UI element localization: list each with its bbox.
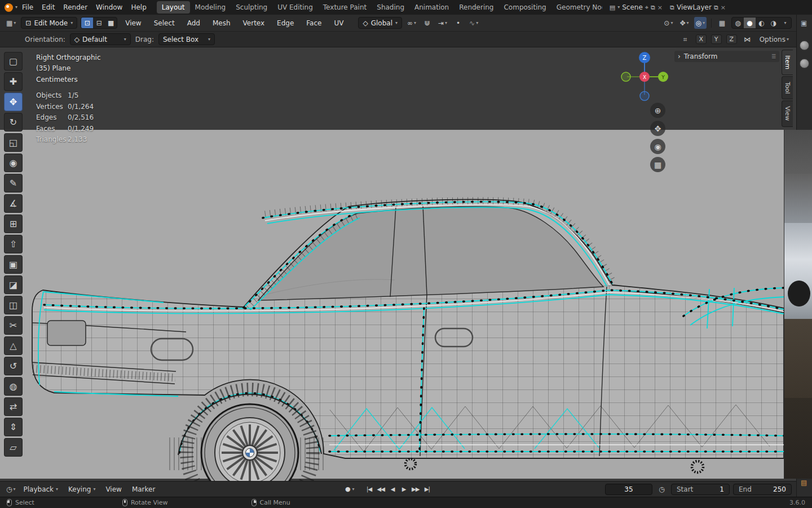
workspace-tab-texture-paint[interactable]: Texture Paint	[318, 1, 372, 14]
jump-end-button[interactable]: ▶|	[422, 485, 432, 493]
menu-edge[interactable]: Edge	[272, 17, 298, 29]
drag-dropdown[interactable]: Select Box ▾	[158, 33, 215, 45]
zoom-icon[interactable]: ⊕	[650, 103, 665, 118]
next-keyframe-button[interactable]: ▶▶	[410, 485, 421, 493]
scene-selector[interactable]: ▤ ▾ Scene ⌖ ⧉ ×	[610, 3, 663, 11]
tab-item[interactable]: Item	[782, 50, 793, 75]
workspace-tab-geometry-nodes[interactable]: Geometry Nodes	[551, 1, 602, 14]
timeline-editor-type-button[interactable]: ◷ ▾	[5, 483, 17, 495]
play-button[interactable]: ▶	[399, 485, 409, 493]
pan-icon[interactable]: ✥	[650, 121, 665, 136]
new-viewlayer-icon[interactable]: ⧉	[714, 5, 718, 11]
tool-extrude-region[interactable]: ⇧	[4, 235, 23, 253]
tool-cursor[interactable]: ✚	[4, 72, 23, 91]
material-shading-button[interactable]: ◐	[756, 17, 767, 28]
menu-window[interactable]: Window	[92, 2, 126, 13]
pivot-point-dropdown[interactable]: ∞ ▾	[405, 17, 418, 29]
rendered-shading-button[interactable]: ◑	[767, 17, 779, 28]
tool-annotate[interactable]: ✎	[4, 174, 23, 192]
workspace-tab-animation[interactable]: Animation	[409, 1, 454, 14]
tool-loop-cut[interactable]: ◫	[4, 296, 23, 314]
menu-add[interactable]: Add	[183, 17, 205, 29]
world-sphere-icon[interactable]	[800, 59, 809, 68]
tool-move[interactable]: ✥	[4, 93, 23, 111]
xray-toggle-button[interactable]: ▦	[716, 17, 728, 29]
menu-uv[interactable]: UV	[329, 17, 348, 29]
tool-orientation-dropdown[interactable]: ◇ Default ▾	[70, 33, 131, 45]
prev-keyframe-button[interactable]: ◀◀	[376, 485, 386, 493]
play-reverse-button[interactable]: ◀	[387, 485, 398, 493]
tool-spin[interactable]: ↺	[4, 357, 23, 375]
workspace-tab-uv-editing[interactable]: UV Editing	[272, 1, 318, 14]
tool-measure[interactable]: ∡	[4, 194, 23, 213]
workspace-tab-rendering[interactable]: Rendering	[454, 1, 498, 14]
menu-marker[interactable]: Marker	[128, 483, 159, 496]
menu-select[interactable]: Select	[149, 17, 179, 29]
axis-y-toggle[interactable]: Y	[711, 34, 722, 44]
tool-poly-build[interactable]: △	[4, 336, 23, 355]
frame-end-field[interactable]: End 250	[733, 484, 792, 495]
workspace-tab-sculpting[interactable]: Sculpting	[231, 1, 272, 14]
solid-shading-button[interactable]: ●	[744, 17, 756, 28]
tool-bevel[interactable]: ◪	[4, 275, 23, 294]
mirror-icon[interactable]: ⋈	[742, 33, 753, 45]
tool-select-box[interactable]: ▢	[4, 52, 23, 71]
close-icon[interactable]: ×	[657, 5, 663, 11]
menu-vertex[interactable]: Vertex	[239, 17, 270, 29]
tool-rotate[interactable]: ↻	[4, 113, 23, 132]
gizmos-dropdown[interactable]: ✥ ▾	[678, 17, 690, 29]
workspace-tab-shading[interactable]: Shading	[372, 1, 409, 14]
pin-icon[interactable]: ⌖	[645, 5, 648, 11]
editor-type-button[interactable]: ▦ ▾	[5, 17, 17, 29]
menu-face[interactable]: Face	[302, 17, 326, 29]
close-icon[interactable]: ×	[721, 5, 726, 11]
jump-start-button[interactable]: |◀	[364, 485, 374, 493]
tool-inset-faces[interactable]: ▣	[4, 255, 23, 274]
ortho-grid-icon[interactable]: ▦	[650, 157, 665, 172]
mode-dropdown[interactable]: ⊡ Edit Mode ▾	[21, 17, 77, 29]
material-sphere-icon[interactable]	[800, 41, 809, 50]
menu-playback[interactable]: Playback ▾	[20, 483, 63, 496]
menu-edit[interactable]: Edit	[38, 2, 59, 13]
use-preview-range-icon[interactable]: ◷	[656, 483, 668, 495]
tool-smooth[interactable]: ◍	[4, 377, 23, 396]
workspace-tab-layout[interactable]: Layout	[157, 1, 190, 14]
panel-menu-icon[interactable]: ☰	[771, 54, 776, 59]
proportional-edit-button[interactable]: •	[452, 17, 464, 29]
frame-start-field[interactable]: Start 1	[671, 484, 730, 495]
axis-x-toggle[interactable]: X	[696, 34, 707, 44]
menu-file[interactable]: File	[18, 2, 37, 13]
face-select-button[interactable]: ■	[105, 17, 117, 28]
menu-mesh[interactable]: Mesh	[208, 17, 235, 29]
viewlayer-selector[interactable]: ⧉ ViewLayer ⧉ ×	[670, 3, 726, 11]
menu-keying[interactable]: Keying ▾	[64, 483, 99, 496]
viewport-canvas[interactable]	[0, 47, 784, 481]
show-only-dropdown[interactable]: ⊙ ▾	[662, 17, 674, 29]
navigation-gizmo[interactable]: Z Y X	[620, 51, 671, 105]
menu-view[interactable]: View	[121, 17, 145, 29]
auto-key-button[interactable]: ● ▾	[345, 485, 355, 493]
tool-scale[interactable]: ◱	[4, 133, 23, 152]
shading-dropdown[interactable]: ▾	[779, 17, 791, 28]
transform-orientation-dropdown[interactable]: ◇ Global ▾	[358, 17, 402, 29]
menu-help[interactable]: Help	[127, 2, 150, 13]
menu-render[interactable]: Render	[59, 2, 91, 13]
tool-shrink-fatten[interactable]: ⇕	[4, 418, 23, 436]
wireframe-shading-button[interactable]: ◍	[732, 17, 744, 28]
viewport-3d[interactable]: ▢ ✚ ✥ ↻ ◱ ◉ ✎ ∡ ⊞ ⇧ ▣ ◪ ◫ ✂ △ ↺ ◍ ⇄ ⇕ ▱ …	[0, 47, 796, 481]
snap-with-dropdown[interactable]: ⇥ ▾	[436, 17, 449, 29]
tool-add-cube[interactable]: ⊞	[4, 214, 23, 233]
panel-expand-icon[interactable]: ›	[678, 52, 681, 60]
tab-tool[interactable]: Tool	[782, 76, 793, 99]
options-dropdown[interactable]: Options ▾	[758, 33, 791, 45]
menu-timeline-view[interactable]: View	[102, 483, 125, 496]
tool-knife[interactable]: ✂	[4, 316, 23, 335]
tool-transform[interactable]: ◉	[4, 154, 23, 172]
tab-view[interactable]: View	[782, 100, 793, 126]
tool-shear[interactable]: ▱	[4, 438, 23, 457]
tool-edge-slide[interactable]: ⇄	[4, 397, 23, 416]
vertex-select-button[interactable]: ⊡	[81, 17, 93, 28]
axis-z-toggle[interactable]: Z	[726, 34, 737, 44]
properties-icon[interactable]: ▤	[801, 479, 807, 487]
camera-view-icon[interactable]: ◉	[650, 139, 665, 154]
